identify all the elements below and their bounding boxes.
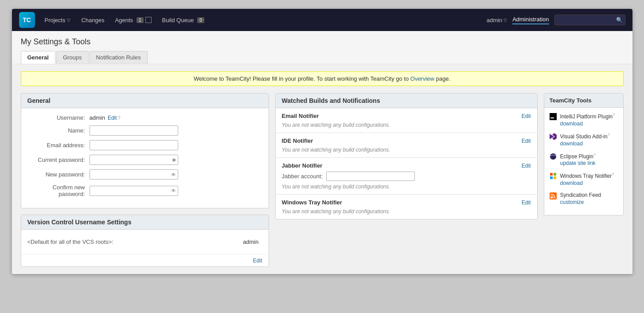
email-notifier-header: Email Notifier Edit xyxy=(282,113,531,119)
username-edit-link[interactable]: Edit xyxy=(108,115,117,121)
vcs-default-value: admin xyxy=(243,239,258,245)
general-section: General Username: admin Edit ? Name: xyxy=(21,93,269,208)
current-password-row: Current password: ✱ xyxy=(27,155,262,165)
username-label: Username: xyxy=(27,114,90,121)
nav-projects[interactable]: Projects ▽ xyxy=(40,14,75,26)
teamcity-tools-section: TeamCity Tools IntelliJ Platform Plugin?… xyxy=(544,93,624,215)
nav-agents[interactable]: Agents 1 xyxy=(111,14,156,26)
right-column: TeamCity Tools IntelliJ Platform Plugin?… xyxy=(544,93,624,267)
email-input[interactable] xyxy=(90,140,178,150)
email-label: Email address: xyxy=(27,142,90,149)
svg-rect-0 xyxy=(550,113,557,120)
tool-eclipse-link[interactable]: update site link xyxy=(560,160,618,166)
svg-rect-6 xyxy=(554,173,556,176)
new-password-wrap: 👁 xyxy=(90,169,178,180)
confirm-password-wrap: 👁 xyxy=(90,186,178,196)
vcs-default-label: <Default for all of the VCS roots>: xyxy=(27,239,243,245)
tool-eclipse-info: Eclipse Plugin? update site link xyxy=(560,152,618,167)
email-row: Email address: xyxy=(27,140,262,150)
vcs-section-header: Version Control Username Settings xyxy=(21,215,269,230)
tool-syndication-feed-link[interactable]: customize xyxy=(560,199,618,205)
content-area: Welcome to TeamCity! Please fill in your… xyxy=(12,64,632,274)
windows-tray-icon xyxy=(550,172,557,180)
page-header: My Settings & Tools General Groups Notif… xyxy=(12,31,632,64)
top-navigation: TC Projects ▽ Changes Agents 1 Build Que… xyxy=(12,9,632,31)
ide-notifier-header: IDE Notifier Edit xyxy=(282,137,531,144)
nav-links: Projects ▽ Changes Agents 1 Build Queue … xyxy=(40,14,487,26)
welcome-banner: Welcome to TeamCity! Please fill in your… xyxy=(21,71,624,86)
email-notifier-edit[interactable]: Edit xyxy=(522,113,531,119)
vs-icon xyxy=(550,133,557,140)
tab-general[interactable]: General xyxy=(21,51,55,64)
ide-notifier-subtitle: You are not watching any build configura… xyxy=(282,147,531,153)
tool-windows-tray: Windows Tray Notifier? download xyxy=(550,172,618,186)
ide-notifier-title: IDE Notifier xyxy=(282,137,313,144)
name-input[interactable] xyxy=(90,125,178,136)
current-password-label: Current password: xyxy=(27,156,90,163)
agents-icon xyxy=(145,17,152,23)
new-password-input[interactable] xyxy=(90,169,178,180)
windows-tray-notifier-subtitle: You are not watching any build configura… xyxy=(282,208,531,215)
tab-bar: General Groups Notification Rules xyxy=(21,51,624,64)
jabber-account-label: Jabber account: xyxy=(282,173,323,180)
svg-rect-5 xyxy=(550,173,553,176)
watched-builds-header: Watched Builds and Notifications xyxy=(276,94,537,108)
tool-vs-name: Visual Studio Add-in? xyxy=(560,133,610,140)
tool-windows-tray-name: Windows Tray Notifier? xyxy=(560,173,614,179)
windows-tray-notifier-header: Windows Tray Notifier Edit xyxy=(282,199,531,206)
tool-windows-tray-link[interactable]: download xyxy=(560,180,618,186)
new-password-row: New password: 👁 xyxy=(27,169,262,180)
overview-link[interactable]: Overview xyxy=(410,75,434,82)
tool-eclipse: Eclipse Plugin? update site link xyxy=(550,152,618,167)
jabber-account-row: Jabber account: xyxy=(282,172,531,181)
username-row: Username: admin Edit ? xyxy=(27,114,262,121)
buildqueue-badge: 0 xyxy=(197,17,204,23)
confirm-password-input[interactable] xyxy=(90,186,178,196)
vcs-edit-link[interactable]: Edit xyxy=(253,258,262,264)
agents-badge: 1 xyxy=(137,17,144,23)
new-password-eye-icon: 👁 xyxy=(171,172,176,177)
tab-notification-rules[interactable]: Notification Rules xyxy=(90,51,148,64)
general-section-body: Username: admin Edit ? Name: Email addre… xyxy=(21,108,269,208)
administration-link[interactable]: Administration xyxy=(512,16,549,24)
nav-right: admin ▽ Administration 🔍 xyxy=(487,15,625,25)
jabber-notifier-edit[interactable]: Edit xyxy=(522,163,531,169)
name-row: Name: xyxy=(27,125,262,136)
main-layout: General Username: admin Edit ? Name: xyxy=(21,93,624,267)
logo-text: TC xyxy=(23,16,31,23)
confirm-password-eye-icon: 👁 xyxy=(171,188,176,193)
vcs-default-row: <Default for all of the VCS roots>: admi… xyxy=(27,236,262,248)
search-icon: 🔍 xyxy=(616,17,623,23)
tab-groups[interactable]: Groups xyxy=(56,51,89,64)
admin-user-link[interactable]: admin ▽ xyxy=(487,17,507,23)
rss-icon xyxy=(550,192,557,200)
email-notifier-subtitle: You are not watching any build configura… xyxy=(282,122,531,128)
ide-notifier: IDE Notifier Edit You are not watching a… xyxy=(276,133,537,158)
current-password-input[interactable] xyxy=(90,155,178,165)
ide-notifier-edit[interactable]: Edit xyxy=(522,138,531,144)
svg-point-4 xyxy=(550,153,556,160)
left-column: General Username: admin Edit ? Name: xyxy=(21,93,269,267)
svg-point-10 xyxy=(550,197,552,199)
jabber-notifier: Jabber Notifier Edit Jabber account: You… xyxy=(276,158,537,195)
jabber-account-input[interactable] xyxy=(326,172,415,181)
tool-syndication-feed: Syndication Feed customize xyxy=(550,192,618,205)
email-notifier: Email Notifier Edit You are not watching… xyxy=(276,108,537,133)
tools-header: TeamCity Tools xyxy=(544,94,623,108)
tool-intellij-link[interactable]: download xyxy=(560,121,618,127)
app-logo[interactable]: TC xyxy=(19,12,35,28)
nav-changes[interactable]: Changes xyxy=(77,14,109,26)
password-asterisk-icon: ✱ xyxy=(172,157,176,163)
tool-vs-info: Visual Studio Add-in? download xyxy=(560,132,618,147)
search-input[interactable] xyxy=(554,15,625,25)
jabber-notifier-header: Jabber Notifier Edit xyxy=(282,162,531,169)
projects-chevron: ▽ xyxy=(67,18,70,23)
confirm-password-row: Confirm new password: 👁 xyxy=(27,184,262,197)
search-wrap: 🔍 xyxy=(554,15,625,25)
page-title: My Settings & Tools xyxy=(21,37,624,47)
middle-column: Watched Builds and Notifications Email N… xyxy=(275,93,538,267)
nav-buildqueue[interactable]: Build Queue 0 xyxy=(158,14,209,26)
tool-vs-link[interactable]: download xyxy=(560,141,618,147)
svg-rect-7 xyxy=(550,176,553,179)
windows-tray-notifier-edit[interactable]: Edit xyxy=(522,200,531,206)
